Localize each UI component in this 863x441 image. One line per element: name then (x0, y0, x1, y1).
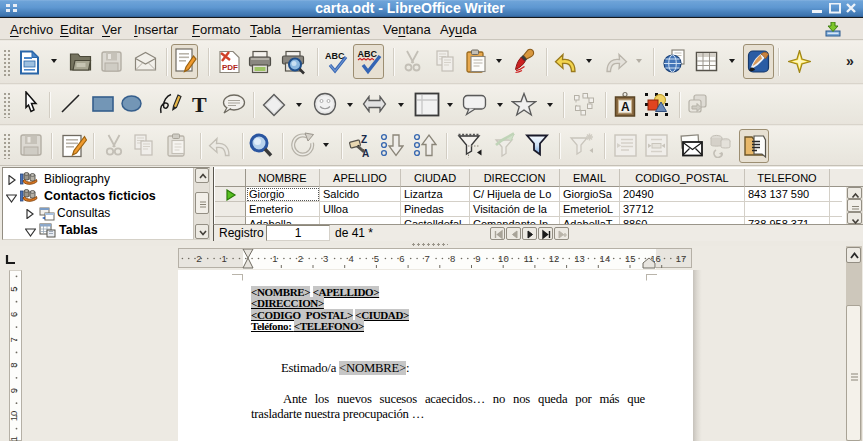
svg-text:PDF: PDF (222, 63, 238, 72)
svg-text:T: T (192, 93, 207, 115)
svg-text:10: 10 (10, 411, 19, 422)
svg-text:ABC: ABC (358, 49, 378, 59)
svg-text:3: 3 (323, 253, 328, 264)
svg-text:7: 7 (425, 253, 430, 264)
svg-text:11: 11 (10, 436, 19, 441)
svg-text:2: 2 (298, 253, 303, 264)
svg-text:4: 4 (348, 253, 353, 264)
svg-text:1: 1 (222, 253, 227, 264)
svg-text:5: 5 (10, 286, 19, 291)
svg-text:1: 1 (272, 253, 277, 264)
svg-text:12: 12 (549, 253, 560, 264)
svg-text:A: A (621, 100, 630, 114)
svg-text:9: 9 (475, 253, 480, 264)
svg-text:Z: Z (361, 134, 367, 145)
svg-text:10: 10 (498, 253, 509, 264)
svg-text:2: 2 (196, 253, 201, 264)
svg-text:14: 14 (600, 253, 611, 264)
svg-text:5: 5 (374, 253, 379, 264)
svg-text:6: 6 (10, 312, 19, 317)
svg-text:13: 13 (574, 253, 585, 264)
svg-text:ABC: ABC (325, 51, 345, 61)
svg-text:8: 8 (450, 253, 455, 264)
svg-text:11: 11 (524, 253, 534, 264)
svg-text:8: 8 (10, 362, 19, 367)
svg-text:15: 15 (625, 253, 636, 264)
svg-text:6: 6 (399, 253, 404, 264)
svg-text:7: 7 (10, 337, 19, 342)
svg-text:9: 9 (10, 388, 19, 393)
svg-text:17: 17 (676, 253, 687, 264)
